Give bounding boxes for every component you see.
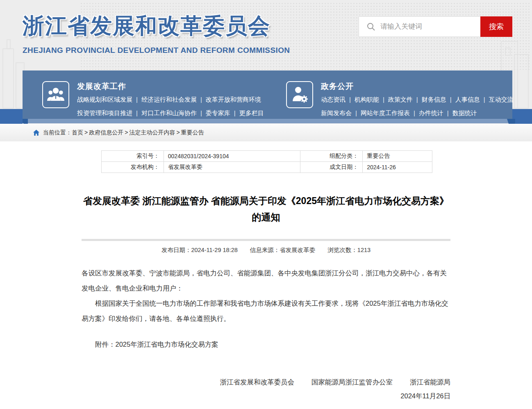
nav-link[interactable]: 办件统计	[410, 109, 443, 116]
home-icon	[33, 130, 40, 136]
signature-org: 浙江省发展和改革委员会	[220, 378, 295, 387]
signature-org: 浙江省能源局	[410, 378, 450, 387]
nav-link[interactable]: 委专家库	[197, 109, 230, 116]
article-body: 各设区市发展改革委、宁波市能源局，省电力公司、省能源集团、各中央发电集团浙江分公…	[82, 266, 451, 352]
nav-link[interactable]: 战略规划和区域发展	[77, 96, 132, 103]
search-input[interactable]	[380, 23, 462, 31]
signature-org: 国家能源局浙江监管办公室	[311, 378, 393, 387]
search-icon	[366, 22, 375, 31]
nav-section-title: 发展改革工作	[77, 81, 264, 92]
nav-link[interactable]: 动态资讯	[321, 96, 346, 103]
page: 浙江省发展和改革委员会 ZHEJIANG PROVINCIAL DEVELOPM…	[0, 0, 532, 409]
site-title: 浙江省发展和改革委员会	[23, 11, 290, 41]
person-gear-icon-box	[286, 81, 313, 108]
people-group-icon	[46, 86, 66, 104]
nav-link[interactable]: 政策文件	[379, 96, 413, 103]
search-button[interactable]: 搜索	[480, 16, 512, 37]
doc-issuer-value: 省发展改革委	[164, 162, 300, 173]
nav-links-row: 新闻发布会网站年度工作报表办件统计数据统计	[321, 106, 514, 120]
breadcrumb-item-gov-info[interactable]: 政府信息公开	[83, 129, 123, 136]
deep-blue-decor-right	[512, 109, 532, 126]
attachment-line: 附件：2025年浙江省电力市场化交易方案	[82, 337, 451, 352]
doc-date-value: 2024-11-26	[363, 162, 432, 173]
nav-links-row: 投资管理和项目推进对口工作和山海协作委专家库更多栏目	[77, 106, 264, 120]
nav-link[interactable]: 互动交流	[480, 96, 514, 103]
info-source: 信息来源：省发展改革委	[250, 247, 316, 253]
doc-index-label: 索引号：	[102, 151, 164, 162]
doc-info-table: 索引号： 002482031/2024-39104 组配分类： 重要公告 发布机…	[101, 150, 432, 173]
nav-link[interactable]: 机构职能	[346, 96, 379, 103]
signature-date: 2024年11月26日	[82, 392, 450, 401]
site-logo[interactable]: 浙江省发展和改革委员会 ZHEJIANG PROVINCIAL DEVELOPM…	[23, 11, 290, 55]
nav-links-row: 战略规划和区域发展经济运行和社会发展改革开放和营商环境	[77, 93, 264, 106]
nav-link[interactable]: 财务信息	[413, 96, 446, 103]
nav-link[interactable]: 新闻发布会	[321, 109, 352, 116]
nav-link[interactable]: 改革开放和营商环境	[197, 96, 261, 103]
building-sketch	[2, 48, 14, 109]
article-meta: 发布日期：2024-11-29 18:28 信息来源：省发展改革委 浏览次数：1…	[82, 246, 450, 254]
deep-blue-decor-left	[0, 109, 23, 126]
breadcrumb-item-home[interactable]: 首页	[72, 129, 83, 136]
nav-section-title: 政务公开	[321, 81, 514, 92]
attachment-label: 附件：	[95, 341, 116, 348]
title-divider	[82, 239, 450, 241]
search-bar: 搜索	[359, 16, 512, 37]
nav-links-row: 动态资讯机构职能政策文件财务信息人事信息互动交流	[321, 93, 514, 106]
main-nav-band: 发展改革工作 战略规划和区域发展经济运行和社会发展改革开放和营商环境 投资管理和…	[23, 70, 512, 119]
nav-link[interactable]: 投资管理和项目推进	[77, 109, 132, 116]
person-gear-icon	[290, 85, 309, 104]
doc-category-label: 组配分类：	[300, 151, 363, 162]
article-paragraph: 各设区市发展改革委、宁波市能源局，省电力公司、省能源集团、各中央发电集团浙江分公…	[82, 266, 451, 296]
site-subtitle: ZHEJIANG PROVINCIAL DEVELOPMENT AND REFO…	[23, 46, 290, 55]
doc-category-value: 重要公告	[363, 151, 432, 162]
breadcrumb-item-important-notices[interactable]: 重要公告	[175, 129, 204, 136]
nav-section-gov-disclosure: 政务公开 动态资讯机构职能政策文件财务信息人事信息互动交流 新闻发布会网站年度工…	[286, 81, 514, 120]
doc-date-label: 成文日期：	[300, 162, 363, 173]
building-sketch	[514, 54, 529, 109]
nav-link[interactable]: 更多栏目	[230, 109, 264, 116]
doc-issuer-label: 发布机构：	[102, 162, 164, 173]
publish-date: 发布日期：2024-11-29 18:28	[161, 247, 238, 253]
article-paragraph: 根据国家关于全国统一电力市场的工作部署和我省电力市场体系建设有关工作要求，现将《…	[82, 296, 451, 326]
view-count: 浏览次数：1213	[327, 247, 371, 253]
signature-row: 浙江省发展和改革委员会 国家能源局浙江监管办公室 浙江省能源局	[82, 378, 450, 387]
signature-block: 浙江省发展和改革委员会 国家能源局浙江监管办公室 浙江省能源局 2024年11月…	[82, 378, 450, 401]
people-group-icon-box	[42, 81, 69, 108]
breadcrumb-item-legal-disclosure[interactable]: 法定主动公开内容	[123, 129, 175, 136]
nav-link[interactable]: 网站年度工作报表	[352, 109, 410, 116]
nav-link[interactable]: 对口工作和山海协作	[132, 109, 197, 116]
nav-section-development-reform: 发展改革工作 战略规划和区域发展经济运行和社会发展改革开放和营商环境 投资管理和…	[42, 81, 264, 120]
building-sketch	[7, 39, 11, 49]
table-row: 发布机构： 省发展改革委 成文日期： 2024-11-26	[102, 162, 432, 173]
doc-index-value: 002482031/2024-39104	[164, 151, 300, 162]
page-title: 省发展改革委 浙江能源监管办 省能源局关于印发《2025年浙江省电力市场化交易方…	[82, 193, 450, 225]
nav-link[interactable]: 数据统计	[443, 109, 477, 116]
nav-link[interactable]: 经济运行和社会发展	[132, 96, 197, 103]
nav-link[interactable]: 人事信息	[446, 96, 480, 103]
breadcrumb: 当前位置：首页政府信息公开法定主动公开内容重要公告	[33, 124, 204, 141]
table-row: 索引号： 002482031/2024-39104 组配分类： 重要公告	[102, 151, 432, 162]
search-box[interactable]	[359, 16, 480, 37]
building-sketch	[505, 48, 511, 56]
attachment-link[interactable]: 2025年浙江省电力市场化交易方案	[116, 341, 218, 348]
breadcrumb-label: 当前位置：	[43, 129, 72, 136]
